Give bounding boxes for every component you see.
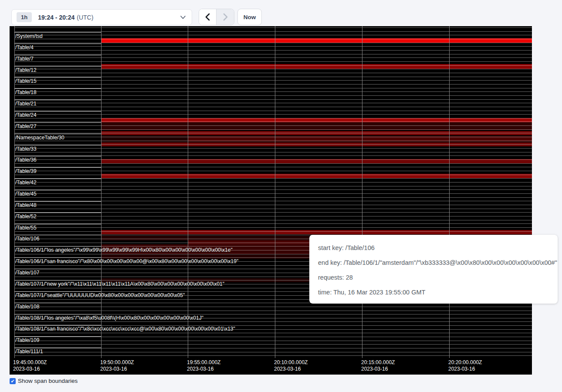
span-boundary-line <box>14 197 532 198</box>
row-label: /Table/107 <box>15 270 39 276</box>
row-label: /Table/15 <box>15 78 37 84</box>
chevron-left-icon <box>205 13 210 21</box>
row-label: /Table/108/1/"los angeles"/"\xa8\xf5\u00… <box>15 315 203 321</box>
row-label: /Table/107/1/"seattle"/"UUUUUUD\x00\x80\… <box>15 293 185 298</box>
tooltip-start-key: start key: /Table/106 <box>318 240 549 255</box>
row-label-separator <box>14 55 101 55</box>
row-label-separator <box>14 291 101 292</box>
chevron-right-icon <box>223 13 228 21</box>
span-boundary-line <box>14 193 532 194</box>
span-boundary-line <box>14 182 532 182</box>
span-boundary-line <box>14 137 532 137</box>
span-boundary-line <box>14 80 532 81</box>
x-axis-date-label: 2023-03-16 <box>13 366 40 372</box>
span-boundary-line <box>14 227 532 228</box>
time-gridline <box>449 26 450 358</box>
time-range-duration-badge: 1h <box>17 12 32 22</box>
span-boundary-line <box>14 114 532 115</box>
row-label-separator <box>14 44 101 44</box>
span-boundary-line <box>14 84 532 84</box>
span-boundary-line <box>14 344 532 345</box>
span-boundary-line <box>14 175 532 175</box>
row-label: /Table/12 <box>15 68 37 73</box>
span-boundary-line <box>14 118 532 118</box>
row-label-separator <box>14 77 101 78</box>
span-boundary-line <box>14 307 532 307</box>
span-boundary-line <box>14 61 532 62</box>
row-label-separator <box>14 269 101 269</box>
row-label: /Table/108 <box>15 304 39 310</box>
row-label: /Table/24 <box>15 112 37 118</box>
key-visualizer-page: 1h 19:24 - 20:24 (UTC) Now /System/tsd/T… <box>0 0 562 392</box>
row-label-separator <box>14 213 101 213</box>
span-boundary-line <box>14 43 532 43</box>
row-label: /Table/111/1 <box>15 349 43 355</box>
row-label: /NamespaceTable/30 <box>15 135 64 141</box>
span-boundary-line <box>14 141 532 141</box>
next-time-button[interactable] <box>217 9 234 25</box>
row-label: /Table/48 <box>15 203 37 208</box>
row-label: /Table/106 <box>15 236 39 242</box>
x-axis-time-label: 19:55:00.000Z <box>187 359 220 365</box>
x-axis-time-label: 19:50:00.000Z <box>100 359 134 365</box>
row-label-separator <box>14 246 101 247</box>
row-label-separator <box>14 348 101 348</box>
row-label: /Table/109 <box>15 338 39 343</box>
prev-time-button[interactable] <box>199 9 217 25</box>
span-boundary-line <box>14 321 532 322</box>
tooltip-end-key: end key: /Table/106/1/"amsterdam"/"\xb33… <box>318 255 549 270</box>
heat-band <box>102 64 532 69</box>
row-label-separator <box>14 66 101 67</box>
x-axis-time-label: 19:45:00.000Z <box>13 359 47 365</box>
row-label: /Table/42 <box>15 180 37 186</box>
span-boundary-line <box>14 65 532 66</box>
span-boundary-line <box>14 311 532 311</box>
row-label-separator <box>14 314 101 314</box>
time-gridline <box>275 26 275 358</box>
row-label: /Table/106/1/"san francisco"/"\x80\x00\x… <box>15 259 238 264</box>
row-label-separator <box>14 224 101 224</box>
time-gridline <box>188 26 188 358</box>
span-boundary-line <box>14 341 532 341</box>
span-boundary-line <box>14 50 532 51</box>
span-boundary-line <box>14 31 532 32</box>
row-label: /Table/106/1/"los angeles"/"\x99\x99\x99… <box>15 247 233 253</box>
span-boundary-line <box>14 144 532 145</box>
now-button[interactable]: Now <box>237 9 262 25</box>
row-label-separator <box>14 303 101 303</box>
heatmap-canvas[interactable]: /System/tsd/Table/4/Table/7/Table/12/Tab… <box>10 26 532 375</box>
span-boundary-line <box>14 355 532 356</box>
show-span-boundaries-checkbox[interactable]: ✔ <box>10 378 16 384</box>
row-label-separator <box>14 179 101 179</box>
row-label-separator <box>14 167 101 168</box>
span-boundary-line <box>14 159 532 160</box>
row-label: /Table/55 <box>15 225 37 231</box>
span-boundary-line <box>14 57 532 58</box>
span-boundary-line <box>14 27 532 28</box>
span-boundary-line <box>14 35 532 35</box>
footer: ✔ Show span boundaries <box>10 378 78 384</box>
time-range-text: 19:24 - 20:24 <box>38 14 74 21</box>
row-label: /Table/7 <box>15 56 34 62</box>
span-boundary-line <box>14 333 532 333</box>
x-axis-date-label: 2023-03-16 <box>448 366 475 372</box>
span-boundary-line <box>14 107 532 107</box>
row-label-separator <box>14 156 101 156</box>
row-label-separator <box>14 145 101 145</box>
row-label-separator <box>14 257 101 258</box>
span-boundary-line <box>14 46 532 47</box>
row-label-separator <box>14 32 101 33</box>
span-boundary-line <box>14 352 532 352</box>
span-boundary-line <box>14 54 532 54</box>
row-label: /Table/52 <box>15 214 37 220</box>
row-label-separator <box>14 280 101 280</box>
row-label-separator <box>14 111 101 112</box>
row-label: /Table/108/1/"san francisco"/"\x8c\xcc\x… <box>15 326 235 332</box>
span-boundary-line <box>14 69 532 69</box>
row-label-separator <box>14 235 101 235</box>
time-range-selector[interactable]: 1h 19:24 - 20:24 (UTC) <box>11 9 192 25</box>
tooltip-requests: requests: 28 <box>318 270 549 285</box>
span-boundary-line <box>14 186 532 186</box>
span-boundary-line <box>14 125 532 126</box>
span-boundary-line <box>14 122 532 122</box>
